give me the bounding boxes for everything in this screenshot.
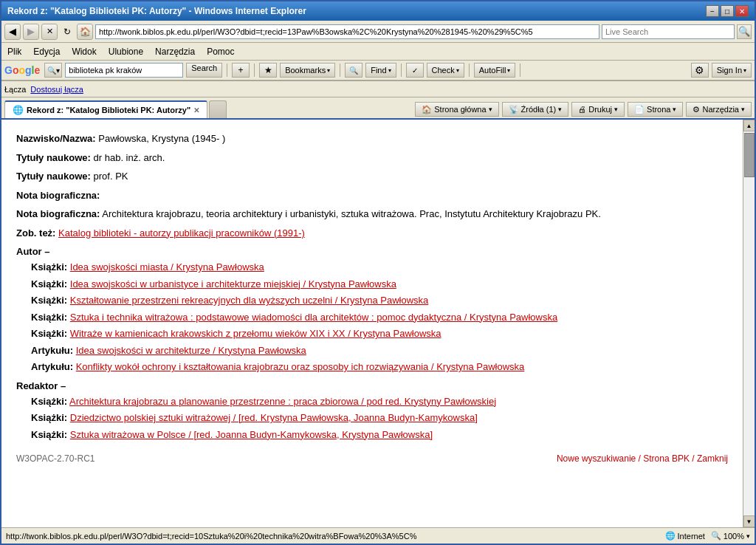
toolbar-separator-5 (469, 64, 470, 77)
autor-section-title: Autor – (16, 246, 728, 257)
status-url: http://twonk.biblos.pk.edu.pl/perl/W3O?d… (6, 532, 665, 541)
content-footer: W3OPAC-2.70-RC1 Nowe wyszukiwanie / Stro… (16, 449, 728, 468)
stop-button[interactable]: ✕ (41, 24, 58, 40)
autor-ksiazki-link-1[interactable]: Idea swojskości miasta / Krystyna Pawłow… (70, 261, 264, 272)
minimize-button[interactable]: − (706, 5, 719, 17)
version-label: W3OPAC-2.70-RC1 (16, 453, 94, 464)
autor-ksiazki-3: Książki: Kształtowanie przestrzeni rekre… (31, 293, 728, 308)
redaktor-ksiazki-link-2[interactable]: Dziedzictwo polskiej sztuki witrażowej /… (70, 412, 478, 423)
window-title: Rekord z: "Katalog Biblioteki PK: Autorz… (7, 6, 306, 16)
tab-close-button[interactable]: ✕ (193, 106, 199, 114)
zamknij-link[interactable]: Zamknij (697, 453, 728, 464)
tab-new[interactable] (209, 100, 227, 118)
scrollbar[interactable]: ▲ ▼ (743, 120, 755, 527)
status-zoom: 🔍 100% ▾ (711, 531, 750, 541)
google-logo: Google (4, 64, 40, 76)
feeds-button[interactable]: 📡 Źródła (1) ▾ (502, 102, 569, 117)
redaktor-ksiazki-label-1: Książki: (31, 396, 67, 407)
feeds-dropdown[interactable]: ▾ (558, 106, 562, 113)
autofill-button[interactable]: AutoFill▾ (474, 63, 516, 78)
field-tytuly1: Tytuły naukowe: dr hab. inż. arch. (16, 151, 728, 165)
redaktor-ksiazki-3: Książki: Sztuka witrażowa w Polsce / [re… (31, 428, 728, 442)
zone-icon: 🌐 (665, 531, 676, 541)
scroll-up-button[interactable]: ▲ (743, 120, 755, 131)
zoom-icon: 🔍 (711, 531, 721, 541)
menu-view[interactable]: Widok (69, 45, 99, 58)
tools-dropdown[interactable]: ▾ (741, 106, 745, 113)
forward-button[interactable]: ▶ (23, 24, 39, 40)
address-input[interactable] (95, 24, 599, 39)
check-button[interactable]: Check▾ (427, 63, 464, 78)
nazwisko-value: Pawłowska, Krystyna (1945- ) (98, 133, 225, 144)
tytuly2-value: prof. PK (94, 171, 128, 182)
status-zone: 🌐 Internet (665, 531, 705, 541)
footer-links: Nowe wyszukiwanie / Strona BPK / Zamknij (557, 453, 728, 464)
autor-artykuly-link-1[interactable]: Idea swojskości w architekturze / Krysty… (76, 345, 306, 356)
autor-ksiazki-link-2[interactable]: Idea swojskości w urbanistyce i architek… (70, 278, 396, 289)
menu-help[interactable]: Pomoc (204, 45, 237, 58)
zone-label: Internet (678, 532, 705, 541)
menu-favorites[interactable]: Ulubione (106, 45, 146, 58)
tytuly1-value: dr hab. inż. arch. (94, 152, 165, 163)
toolbar-separator-3 (340, 64, 340, 77)
close-button[interactable]: ✕ (735, 5, 749, 17)
print-button[interactable]: 🖨 Drukuj ▾ (571, 102, 625, 117)
bookmarks-button[interactable]: Bookmarks▾ (280, 63, 335, 78)
menu-edit[interactable]: Edycja (30, 45, 63, 58)
settings-button[interactable]: ⚙ (691, 63, 709, 78)
menu-bar: Plik Edycja Widok Ulubione Narzędzia Pom… (1, 43, 755, 61)
autor-ksiazki-5: Książki: Witraże w kamienicach krakowski… (31, 326, 728, 341)
scroll-down-button[interactable]: ▼ (743, 515, 755, 527)
zob-tez-link[interactable]: Katalog biblioteki - autorzy publikacji … (58, 227, 305, 239)
menu-tools[interactable]: Narzędzia (152, 45, 198, 58)
autor-ksiazki-link-4[interactable]: Sztuka i technika witrażowa : podstawowe… (70, 312, 557, 323)
page-dropdown[interactable]: ▾ (673, 106, 676, 113)
autor-artykuly-link-2[interactable]: Konflikty wokół ochrony i kształtowania … (76, 361, 525, 372)
tab-bar: 🌐 Rekord z: "Katalog Biblioteki PK: Auto… (1, 97, 755, 120)
check-icon: ✓ (406, 63, 424, 78)
page-icon: 📄 (634, 105, 645, 114)
live-search-input[interactable] (602, 24, 735, 39)
google-search-button[interactable]: Search (186, 63, 222, 78)
home-page-button[interactable]: 🏠 Strona główna ▾ (415, 102, 498, 117)
tools-button[interactable]: ⚙ Narzędzia ▾ (686, 102, 752, 117)
print-dropdown[interactable]: ▾ (614, 106, 618, 113)
customize-links[interactable]: Dostosuj łącza (30, 85, 83, 94)
add-toolbar-button[interactable]: + (232, 63, 250, 78)
tytuly1-label: Tytuły naukowe: (16, 152, 91, 163)
home-nav-button[interactable]: 🏠 (77, 24, 93, 40)
field-nazwisko: Nazwisko/Nazwa: Pawłowska, Krystyna (194… (16, 131, 728, 146)
print-icon: 🖨 (578, 105, 586, 114)
window-controls[interactable]: − □ ✕ (706, 5, 749, 17)
signin-button[interactable]: Sign In▾ (712, 63, 752, 78)
find-button[interactable]: Find▾ (365, 63, 396, 78)
redaktor-ksiazki-link-3[interactable]: Sztuka witrażowa w Polsce / [red. Joanna… (70, 429, 433, 440)
nazwisko-label: Nazwisko/Nazwa: (16, 133, 96, 144)
autor-ksiazki-link-3[interactable]: Kształtowanie przestrzeni rekreacyjnych … (70, 295, 429, 306)
nota-label: Nota biograficzna: (16, 190, 100, 201)
tab-main[interactable]: 🌐 Rekord z: "Katalog Biblioteki PK: Auto… (4, 100, 207, 118)
status-bar: http://twonk.biblos.pk.edu.pl/perl/W3O?d… (1, 527, 755, 544)
footer-sep-2: / (692, 453, 697, 464)
refresh-button[interactable]: ↻ (60, 24, 75, 39)
menu-file[interactable]: Plik (4, 45, 24, 58)
zoom-dropdown[interactable]: ▾ (746, 532, 750, 540)
google-search-input[interactable] (65, 63, 183, 78)
maximize-button[interactable]: □ (721, 5, 734, 17)
redaktor-ksiazki-link-1[interactable]: Architektura krajobrazu a planowanie prz… (69, 396, 496, 407)
google-options-button[interactable]: 🔍▾ (44, 63, 62, 78)
strona-bpk-link[interactable]: Strona BPK (643, 453, 690, 464)
home-dropdown[interactable]: ▾ (489, 106, 492, 113)
autor-ksiazki-link-5[interactable]: Witraże w kamienicach krakowskich z prze… (70, 328, 441, 339)
zoom-label: 100% (724, 532, 744, 541)
feeds-icon: 📡 (509, 105, 519, 114)
scroll-thumb[interactable] (744, 133, 755, 177)
page-button[interactable]: 📄 Strona ▾ (628, 102, 683, 117)
address-bar: ◀ ▶ ✕ ↻ 🏠 🔍 (1, 21, 755, 43)
back-button[interactable]: ◀ (4, 24, 21, 40)
toolbar-separator-4 (401, 64, 402, 77)
live-search-button[interactable]: 🔍 (737, 24, 752, 39)
autor-artykuly-1: Artykułu: Idea swojskości w architekturz… (31, 343, 728, 358)
home-icon: 🏠 (422, 105, 432, 114)
nowe-wyszukiwanie-link[interactable]: Nowe wyszukiwanie (557, 453, 636, 464)
